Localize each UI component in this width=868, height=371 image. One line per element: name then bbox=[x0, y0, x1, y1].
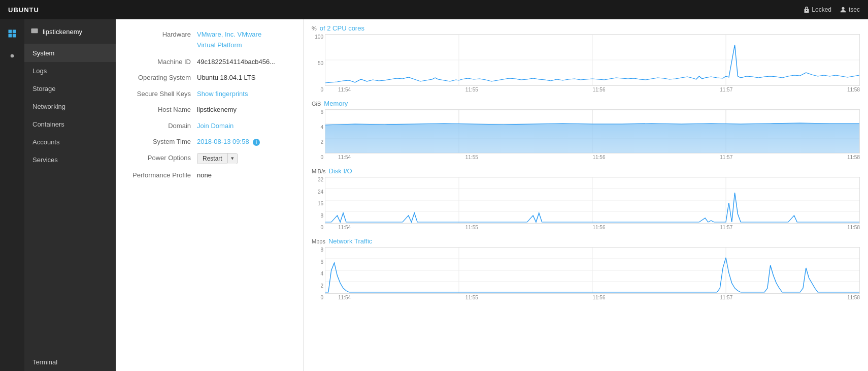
disk-chart-wrapper: 32 24 16 8 0 bbox=[312, 177, 860, 230]
ssh-value: Show fingerprints bbox=[197, 89, 293, 99]
network-x-axis: 11:54 11:55 11:56 11:57 11:58 bbox=[325, 294, 860, 300]
nav-header: lipstickenemy bbox=[24, 19, 116, 44]
topbar-right: Locked tsec bbox=[804, 6, 860, 13]
hostname-label: Host Name bbox=[126, 105, 197, 115]
disk-chart bbox=[325, 177, 860, 224]
disk-svg bbox=[325, 177, 859, 223]
svg-rect-1 bbox=[31, 28, 38, 33]
network-title-row: Mbps Network Traffic bbox=[312, 237, 860, 245]
ssh-row: Secure Shell Keys Show fingerprints bbox=[126, 89, 293, 99]
perf-value: none bbox=[197, 170, 293, 180]
os-label: Operating System bbox=[126, 73, 197, 83]
power-dropdown-button[interactable]: ▾ bbox=[227, 153, 237, 163]
sidebar-icon-dashboard[interactable] bbox=[2, 23, 22, 44]
disk-chart-section: MiB/s Disk I/O 32 24 16 8 0 bbox=[312, 167, 860, 230]
nav-item-logs[interactable]: Logs bbox=[24, 62, 116, 80]
topbar: UBUNTU Locked tsec bbox=[0, 0, 868, 19]
power-btn-group[interactable]: Restart ▾ bbox=[197, 153, 238, 164]
power-label: Power Options bbox=[126, 153, 197, 163]
hardware-label: Hardware bbox=[126, 29, 197, 40]
memory-title: Memory bbox=[324, 100, 348, 107]
disk-chart-container: 11:54 11:55 11:56 11:57 11:58 bbox=[325, 177, 860, 230]
cpu-svg bbox=[325, 35, 859, 85]
disk-title: Disk I/O bbox=[329, 167, 352, 175]
memory-y-axis: 6 4 2 0 bbox=[312, 109, 325, 160]
memory-chart bbox=[325, 109, 860, 153]
cpu-unit: % bbox=[312, 25, 317, 32]
memory-unit: GiB bbox=[312, 101, 321, 107]
network-chart-container: 11:54 11:55 11:56 11:57 11:58 bbox=[325, 247, 860, 300]
hardware-value-text: VMware, Inc. VMwareVirtual Platform bbox=[197, 30, 261, 49]
nav-item-services[interactable]: Services bbox=[24, 151, 116, 169]
memory-chart-section: GiB Memory 6 4 2 0 bbox=[312, 100, 860, 160]
memory-svg bbox=[325, 110, 859, 153]
ssh-label: Secure Shell Keys bbox=[126, 89, 197, 99]
cpu-title: of 2 CPU cores bbox=[320, 24, 364, 32]
user-info[interactable]: tsec bbox=[840, 6, 860, 13]
disk-x-axis: 11:54 11:55 11:56 11:57 11:58 bbox=[325, 224, 860, 230]
host-icon bbox=[30, 27, 39, 36]
perf-label: Performance Profile bbox=[126, 170, 197, 180]
system-time-label: System Time bbox=[126, 137, 197, 147]
machine-id-row: Machine ID 49c1822514114bacb456... bbox=[126, 57, 293, 67]
cpu-y-axis: 100 50 0 bbox=[312, 34, 325, 92]
cpu-chart-section: % of 2 CPU cores 100 50 0 bbox=[312, 24, 860, 92]
os-value: Ubuntu 18.04.1 LTS bbox=[197, 73, 293, 83]
network-chart-section: Mbps Network Traffic 8 6 4 2 0 bbox=[312, 237, 860, 300]
cpu-chart-wrapper: 100 50 0 bbox=[312, 34, 860, 92]
domain-value: Join Domain bbox=[197, 121, 293, 131]
disk-title-row: MiB/s Disk I/O bbox=[312, 167, 860, 175]
host-name: lipstickenemy bbox=[43, 28, 82, 36]
machine-id-value: 49c1822514114bacb456... bbox=[197, 57, 293, 67]
machine-id-label: Machine ID bbox=[126, 57, 197, 67]
cpu-chart bbox=[325, 34, 860, 86]
domain-row: Domain Join Domain bbox=[126, 121, 293, 131]
memory-chart-wrapper: 6 4 2 0 bbox=[312, 109, 860, 160]
nav-sidebar: lipstickenemy System Logs Storage Networ… bbox=[24, 19, 116, 371]
domain-link[interactable]: Join Domain bbox=[197, 122, 233, 130]
charts-panel: % of 2 CPU cores 100 50 0 bbox=[304, 19, 868, 371]
cpu-chart-container: 11:54 11:55 11:56 11:57 11:58 bbox=[325, 34, 860, 92]
memory-x-axis: 11:54 11:55 11:56 11:57 11:58 bbox=[325, 153, 860, 160]
icon-sidebar bbox=[0, 19, 24, 371]
disk-unit: MiB/s bbox=[312, 168, 326, 174]
svg-point-0 bbox=[11, 54, 14, 58]
os-row: Operating System Ubuntu 18.04.1 LTS bbox=[126, 73, 293, 83]
sidebar-icon-appearance[interactable] bbox=[2, 46, 22, 66]
network-y-axis: 8 6 4 2 0 bbox=[312, 247, 325, 300]
hostname-row: Host Name lipstickenemy bbox=[126, 105, 293, 115]
lock-icon bbox=[804, 7, 810, 13]
nav-item-accounts[interactable]: Accounts bbox=[24, 133, 116, 151]
hostname-value: lipstickenemy bbox=[197, 105, 293, 115]
nav-item-networking[interactable]: Networking bbox=[24, 98, 116, 115]
system-time-value: 2018-08-13 09:58 i bbox=[197, 137, 293, 147]
network-chart bbox=[325, 247, 860, 294]
disk-y-axis: 32 24 16 8 0 bbox=[312, 177, 325, 230]
hardware-row: Hardware VMware, Inc. VMwareVirtual Plat… bbox=[126, 29, 293, 51]
ssh-link[interactable]: Show fingerprints bbox=[197, 90, 248, 98]
restart-button[interactable]: Restart bbox=[197, 153, 227, 164]
power-value: Restart ▾ bbox=[197, 153, 293, 164]
hardware-value: VMware, Inc. VMwareVirtual Platform bbox=[197, 29, 293, 51]
nav-item-storage[interactable]: Storage bbox=[24, 80, 116, 98]
memory-chart-container: 11:54 11:55 11:56 11:57 11:58 bbox=[325, 109, 860, 160]
memory-title-row: GiB Memory bbox=[312, 100, 860, 107]
nav-item-system[interactable]: System bbox=[24, 44, 116, 62]
network-title: Network Traffic bbox=[328, 237, 372, 245]
content-area: Hardware VMware, Inc. VMwareVirtual Plat… bbox=[116, 19, 868, 371]
system-info-panel: Hardware VMware, Inc. VMwareVirtual Plat… bbox=[116, 19, 304, 371]
cpu-x-axis: 11:54 11:55 11:56 11:57 11:58 bbox=[325, 86, 860, 92]
app-title: UBUNTU bbox=[8, 6, 39, 14]
time-info-icon: i bbox=[253, 139, 260, 146]
user-icon bbox=[840, 6, 847, 13]
nav-item-terminal[interactable]: Terminal bbox=[24, 353, 116, 371]
system-time-row: System Time 2018-08-13 09:58 i bbox=[126, 137, 293, 147]
power-row: Power Options Restart ▾ bbox=[126, 153, 293, 164]
perf-row: Performance Profile none bbox=[126, 170, 293, 180]
lock-status[interactable]: Locked bbox=[804, 6, 831, 13]
network-unit: Mbps bbox=[312, 238, 325, 244]
domain-label: Domain bbox=[126, 121, 197, 131]
svg-marker-16 bbox=[325, 123, 859, 153]
nav-item-containers[interactable]: Containers bbox=[24, 115, 116, 133]
network-svg bbox=[325, 248, 859, 293]
